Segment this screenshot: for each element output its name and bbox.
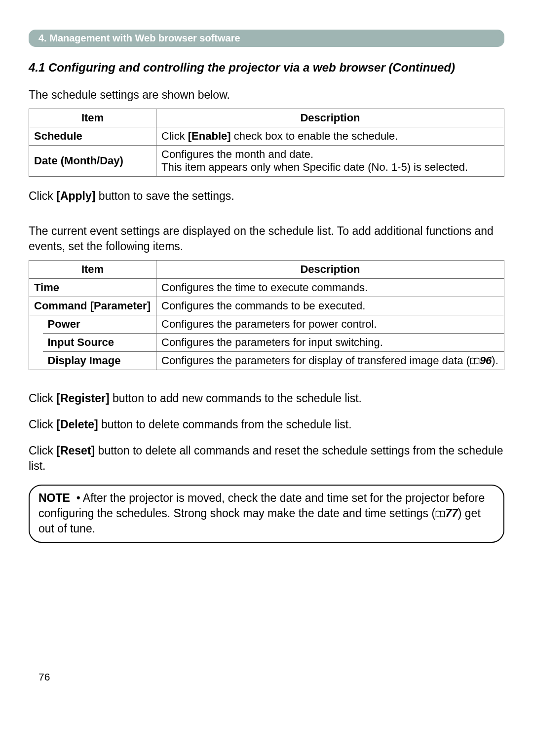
chapter-title: 4. Management with Web browser software	[38, 33, 240, 43]
note-box: NOTE • After the projector is moved, che…	[29, 485, 504, 542]
table-row: Schedule Click [Enable] check box to ena…	[29, 127, 504, 146]
cell-item: Command [Parameter]	[29, 297, 156, 315]
intro-text-1: The schedule settings are shown below.	[29, 87, 504, 103]
cell-desc: Configures the month and date. This item…	[156, 146, 504, 177]
table-row: Command [Parameter] Configures the comma…	[29, 297, 504, 315]
col-header-item: Item	[29, 109, 156, 127]
table-header-row: Item Description	[29, 109, 504, 127]
cell-item: Schedule	[29, 127, 156, 146]
table-row: Date (Month/Day) Configures the month an…	[29, 146, 504, 177]
col-header-item: Item	[29, 261, 156, 279]
chapter-header: 4. Management with Web browser software	[29, 30, 504, 47]
col-header-desc: Description	[156, 261, 504, 279]
event-settings-table: Item Description Time Configures the tim…	[29, 260, 504, 370]
cell-desc: Click [Enable] check box to enable the s…	[156, 127, 504, 146]
sub-row-spacer	[29, 315, 43, 370]
page-content: 4. Management with Web browser software …	[0, 0, 533, 703]
cell-item: Date (Month/Day)	[29, 146, 156, 177]
cell-item: Display Image	[43, 352, 156, 370]
table-row: Time Configures the time to execute comm…	[29, 279, 504, 297]
bullet: •	[76, 491, 80, 504]
cell-desc: Configures the parameters for display of…	[156, 352, 504, 370]
page-number: 76	[29, 671, 504, 683]
manual-reference-icon	[470, 357, 480, 365]
table-header-row: Item Description	[29, 261, 504, 279]
table-row: Input Source Configures the parameters f…	[29, 334, 504, 352]
reset-instruction: Click [Reset] button to delete all comma…	[29, 443, 504, 474]
cell-item: Time	[29, 279, 156, 297]
delete-instruction: Click [Delete] button to delete commands…	[29, 417, 504, 432]
section-title: 4.1 Configuring and controlling the proj…	[29, 61, 504, 75]
cell-desc: Configures the parameters for input swit…	[156, 334, 504, 352]
cell-item: Power	[43, 315, 156, 334]
intro-text-2: The current event settings are displayed…	[29, 224, 504, 254]
cell-desc: Configures the commands to be executed.	[156, 297, 504, 315]
register-instruction: Click [Register] button to add new comma…	[29, 391, 504, 406]
col-header-desc: Description	[156, 109, 504, 127]
apply-instruction: Click [Apply] button to save the setting…	[29, 189, 504, 204]
cell-desc: Configures the time to execute commands.	[156, 279, 504, 297]
schedule-settings-table: Item Description Schedule Click [Enable]…	[29, 109, 504, 177]
cell-desc: Configures the parameters for power cont…	[156, 315, 504, 334]
cell-item: Input Source	[43, 334, 156, 352]
manual-reference-icon	[435, 510, 445, 518]
note-label: NOTE	[38, 491, 70, 504]
table-row: Power Configures the parameters for powe…	[29, 315, 504, 334]
table-row: Display Image Configures the parameters …	[29, 352, 504, 370]
